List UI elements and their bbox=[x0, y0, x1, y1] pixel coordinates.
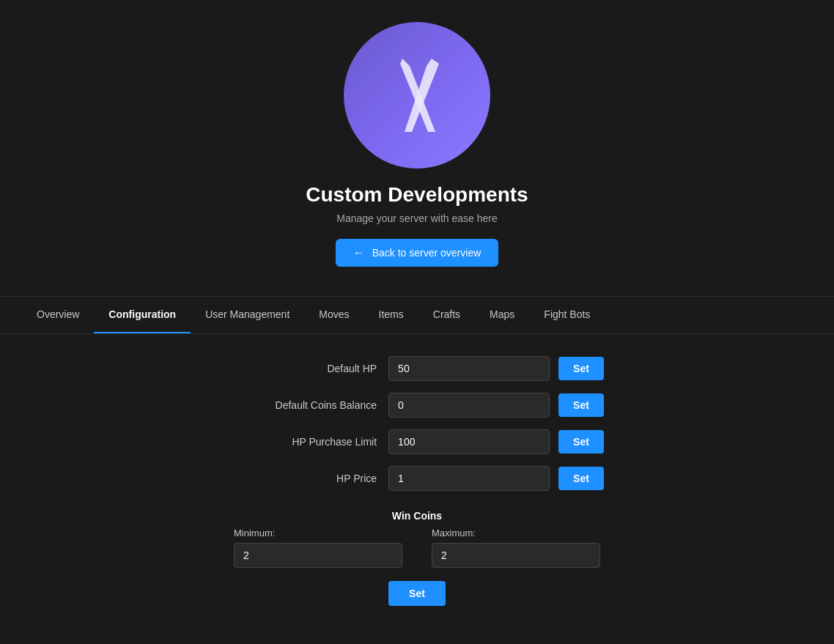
win-coins-title: Win Coins bbox=[392, 510, 442, 522]
tab-overview[interactable]: Overview bbox=[22, 297, 94, 333]
hp-purchase-limit-set-button[interactable]: Set bbox=[558, 430, 604, 454]
default-hp-input[interactable] bbox=[388, 356, 550, 381]
default-hp-row: Default HP Set bbox=[0, 356, 834, 381]
hp-purchase-limit-label: HP Purchase Limit bbox=[230, 436, 377, 448]
main-content: Default HP Set Default Coins Balance Set… bbox=[0, 334, 834, 628]
win-coins-minimum-col: Minimum: bbox=[234, 528, 402, 568]
app-subtitle: Manage your server with ease here bbox=[336, 212, 497, 224]
win-coins-minimum-label: Minimum: bbox=[234, 528, 275, 538]
win-coins-set-button[interactable]: Set bbox=[388, 581, 446, 606]
tab-maps[interactable]: Maps bbox=[475, 297, 529, 333]
default-hp-set-button[interactable]: Set bbox=[558, 357, 604, 380]
tab-items[interactable]: Items bbox=[364, 297, 418, 333]
default-coins-balance-label: Default Coins Balance bbox=[230, 399, 377, 411]
back-to-server-button[interactable]: ← Back to server overview bbox=[336, 239, 499, 267]
app-logo bbox=[344, 22, 490, 169]
tab-crafts[interactable]: Crafts bbox=[418, 297, 475, 333]
hp-price-set-button[interactable]: Set bbox=[558, 467, 604, 490]
nav-tabs: Overview Configuration User Management M… bbox=[0, 297, 834, 334]
arrow-left-icon: ← bbox=[353, 246, 365, 259]
hp-price-input[interactable] bbox=[388, 466, 550, 491]
tab-fight-bots[interactable]: Fight Bots bbox=[529, 297, 605, 333]
win-coins-maximum-col: Maximum: bbox=[432, 528, 600, 568]
default-coins-balance-input[interactable] bbox=[388, 393, 550, 418]
win-coins-section: Win Coins Minimum: Maximum: Set bbox=[0, 510, 834, 606]
header-section: Custom Developments Manage your server w… bbox=[0, 0, 834, 289]
win-coins-maximum-label: Maximum: bbox=[432, 528, 476, 538]
win-coins-row: Minimum: Maximum: bbox=[0, 528, 834, 568]
back-button-label: Back to server overview bbox=[372, 247, 481, 259]
win-coins-minimum-input[interactable] bbox=[234, 543, 402, 568]
hp-purchase-limit-row: HP Purchase Limit Set bbox=[0, 429, 834, 454]
tab-configuration[interactable]: Configuration bbox=[94, 297, 191, 333]
app-title: Custom Developments bbox=[306, 183, 528, 207]
tab-moves[interactable]: Moves bbox=[304, 297, 364, 333]
default-hp-label: Default HP bbox=[230, 363, 377, 374]
hp-price-row: HP Price Set bbox=[0, 466, 834, 491]
hp-purchase-limit-input[interactable] bbox=[388, 429, 550, 454]
default-coins-balance-row: Default Coins Balance Set bbox=[0, 393, 834, 418]
logo-icon bbox=[369, 48, 465, 143]
default-coins-balance-set-button[interactable]: Set bbox=[558, 393, 604, 417]
tab-user-management[interactable]: User Management bbox=[191, 297, 304, 333]
win-coins-maximum-input[interactable] bbox=[432, 543, 600, 568]
hp-price-label: HP Price bbox=[230, 473, 377, 484]
